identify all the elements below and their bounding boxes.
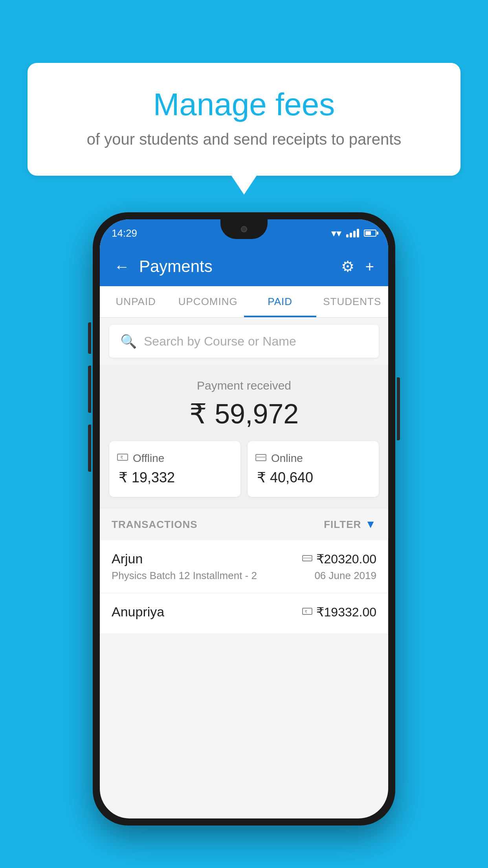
battery-fill (365, 231, 371, 235)
student-name: Arjun (112, 551, 143, 566)
amount-wrap: ₹20320.00 (302, 552, 376, 566)
tab-upcoming[interactable]: UPCOMING (172, 286, 244, 317)
battery-icon (364, 230, 376, 237)
transaction-top: Arjun ₹20320.00 (112, 551, 376, 566)
phone-notch (220, 219, 268, 239)
svg-rect-3 (256, 456, 266, 458)
app-header: ← Payments ⚙ + (100, 247, 388, 286)
phone-volume-down (88, 366, 91, 413)
tab-students[interactable]: STUDENTS (316, 286, 389, 317)
svg-rect-6 (303, 608, 312, 614)
payment-type-icon (302, 553, 312, 565)
filter-label: FILTER (324, 519, 361, 531)
payment-type-icon: ₹ (302, 606, 312, 618)
online-header: Online (255, 452, 371, 465)
online-label: Online (271, 452, 303, 465)
filter-button[interactable]: FILTER ▼ (324, 518, 376, 531)
page-title: Payments (139, 257, 332, 276)
speech-bubble-container: Manage fees of your students and send re… (28, 63, 460, 176)
tab-unpaid[interactable]: UNPAID (100, 286, 172, 317)
transaction-bottom: Physics Batch 12 Installment - 2 06 June… (112, 570, 376, 582)
filter-icon: ▼ (365, 518, 376, 531)
bubble-title: Manage fees (59, 86, 429, 123)
phone-device: 14:29 ▾▾ (93, 212, 395, 826)
date-info: 06 June 2019 (314, 570, 376, 582)
status-bar: 14:29 ▾▾ (100, 219, 388, 247)
status-icons: ▾▾ (331, 227, 376, 239)
phone-power-button (397, 377, 400, 440)
search-container: 🔍 Search by Course or Name (100, 318, 388, 365)
payment-summary: Payment received ₹ 59,972 ₹ Offline (100, 365, 388, 509)
online-icon (255, 452, 266, 465)
offline-amount: ₹ 19,332 (117, 469, 233, 486)
search-placeholder: Search by Course or Name (144, 334, 296, 349)
student-name: Anupriya (112, 604, 164, 620)
payment-label: Payment received (109, 379, 379, 392)
offline-label: Offline (133, 452, 164, 465)
speech-bubble: Manage fees of your students and send re… (28, 63, 460, 176)
payment-cards: ₹ Offline ₹ 19,332 (109, 441, 379, 497)
transactions-header: TRANSACTIONS FILTER ▼ (100, 509, 388, 540)
transactions-label: TRANSACTIONS (112, 519, 198, 531)
phone-volume-up (88, 322, 91, 354)
settings-icon[interactable]: ⚙ (341, 258, 354, 275)
transaction-amount: ₹20320.00 (316, 552, 376, 566)
header-actions: ⚙ + (341, 258, 374, 275)
transaction-row[interactable]: Arjun ₹20320.00 Physics Batch 12 Install… (100, 540, 388, 593)
add-icon[interactable]: + (365, 258, 374, 275)
tabs-bar: UNPAID UPCOMING PAID STUDENTS (100, 286, 388, 318)
camera (241, 226, 247, 232)
tab-paid[interactable]: PAID (244, 286, 316, 317)
search-icon: 🔍 (120, 333, 137, 349)
online-amount: ₹ 40,640 (255, 469, 371, 486)
phone-screen: 14:29 ▾▾ (100, 219, 388, 818)
signal-icon (346, 229, 359, 237)
amount-wrap: ₹ ₹19332.00 (302, 605, 376, 620)
transaction-top: Anupriya ₹ ₹19332.00 (112, 604, 376, 620)
wifi-icon: ▾▾ (331, 227, 341, 239)
svg-text:₹: ₹ (305, 609, 307, 614)
svg-rect-5 (303, 557, 312, 559)
offline-card: ₹ Offline ₹ 19,332 (109, 441, 240, 497)
phone-volume-down2 (88, 425, 91, 472)
svg-text:₹: ₹ (120, 455, 123, 460)
payment-total: ₹ 59,972 (109, 398, 379, 430)
bubble-subtitle: of your students and send receipts to pa… (59, 131, 429, 148)
offline-icon: ₹ (117, 452, 128, 465)
search-box[interactable]: 🔍 Search by Course or Name (109, 325, 379, 358)
course-info: Physics Batch 12 Installment - 2 (112, 570, 257, 582)
offline-header: ₹ Offline (117, 452, 233, 465)
transaction-amount: ₹19332.00 (316, 605, 376, 620)
online-card: Online ₹ 40,640 (248, 441, 379, 497)
back-button[interactable]: ← (114, 258, 130, 276)
status-time: 14:29 (112, 227, 137, 239)
transaction-row[interactable]: Anupriya ₹ ₹19332.00 (100, 593, 388, 634)
